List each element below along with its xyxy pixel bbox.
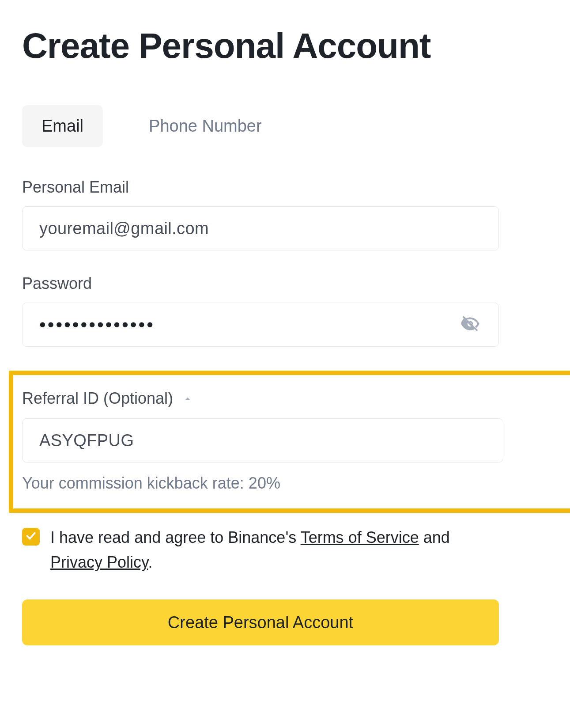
email-input-wrap (22, 206, 499, 250)
page-title: Create Personal Account (22, 27, 548, 65)
email-label: Personal Email (22, 178, 499, 197)
check-icon (25, 530, 37, 543)
password-input[interactable] (38, 314, 458, 336)
password-label: Password (22, 274, 499, 293)
create-account-button[interactable]: Create Personal Account (22, 599, 499, 645)
agree-prefix: I have read and agree to Binance's (50, 528, 301, 546)
agree-mid: and (419, 528, 450, 546)
referral-input-wrap (22, 418, 503, 463)
password-input-wrap (22, 303, 499, 347)
referral-label[interactable]: Referral ID (Optional) (22, 389, 503, 409)
terms-link[interactable]: Terms of Service (301, 528, 419, 546)
referral-label-text: Referral ID (Optional) (22, 389, 173, 407)
referral-input[interactable] (38, 431, 487, 451)
caret-up-icon (182, 390, 193, 408)
agree-checkbox[interactable] (22, 528, 40, 546)
toggle-password-visibility[interactable] (458, 312, 483, 337)
referral-highlight: Referral ID (Optional) Your commission k… (9, 371, 570, 513)
agree-suffix: . (148, 553, 152, 571)
eye-off-icon (459, 313, 481, 337)
agree-text: I have read and agree to Binance's Terms… (50, 525, 499, 575)
privacy-link[interactable]: Privacy Policy (50, 553, 148, 571)
tab-phone[interactable]: Phone Number (129, 105, 281, 147)
agree-row: I have read and agree to Binance's Terms… (22, 525, 499, 575)
auth-method-tabs: Email Phone Number (22, 105, 499, 147)
email-input[interactable] (38, 219, 483, 239)
tab-email[interactable]: Email (22, 105, 103, 147)
kickback-rate: Your commission kickback rate: 20% (22, 474, 503, 493)
